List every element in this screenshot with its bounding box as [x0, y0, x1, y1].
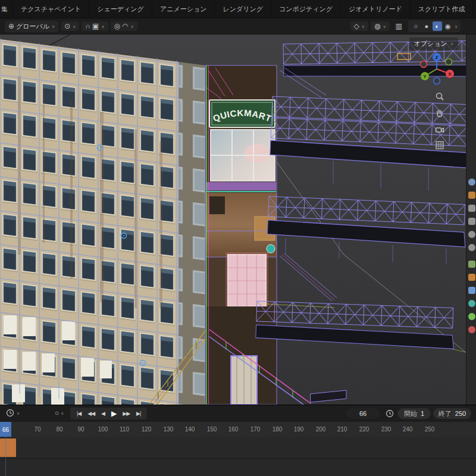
orthographic-toggle-icon[interactable] — [433, 138, 447, 152]
chevron-down-icon: ∨ — [73, 24, 76, 29]
ruler-tick: 130 — [164, 426, 174, 433]
workspace-tab-bar: 集 テクスチャペイント シェーディング アニメーション レンダリング コンポジテ… — [0, 0, 476, 18]
options-dropdown[interactable]: オプション ∨ — [409, 37, 458, 50]
gizmo-z-label: Z — [436, 55, 439, 60]
snapping-controls[interactable]: ∩ ▣ ∨ — [82, 21, 108, 31]
ruler-tick: 190 — [294, 426, 304, 433]
next-keyframe-button[interactable]: ▶▶ — [123, 411, 130, 416]
options-label: オプション — [414, 39, 447, 48]
ruler-tick: 200 — [316, 426, 326, 433]
chevron-down-icon: ∨ — [450, 42, 453, 46]
orientation-label: グローバル — [16, 22, 49, 31]
jump-to-start-button[interactable]: |◀ — [77, 411, 81, 416]
previous-keyframe-button[interactable]: ◀◀ — [87, 411, 95, 416]
properties-tab-object-icon[interactable] — [468, 274, 475, 281]
transform-orientation-dropdown[interactable]: ⊕ グローバル ∨ — [5, 21, 58, 32]
properties-tab-tool-icon[interactable] — [468, 178, 475, 186]
workspace-tab-rendering[interactable]: レンダリング — [215, 0, 271, 18]
ruler-tick: 160 — [228, 426, 239, 433]
pivot-point-dropdown[interactable]: ⊙ ∨ — [61, 21, 79, 31]
playhead-frame-indicator[interactable]: 66 — [0, 422, 11, 437]
auto-keyframe-toggle[interactable]: ○ ∨ — [55, 409, 64, 417]
properties-tab-particles-icon[interactable] — [468, 300, 475, 307]
summary-channel-block[interactable] — [0, 439, 16, 457]
pan-hand-icon[interactable] — [433, 106, 447, 120]
navigation-gizmo[interactable]: Z X Y — [419, 51, 455, 87]
frame-start-field[interactable]: 開始 1 — [397, 408, 431, 419]
overlays-icon: ◍ — [374, 23, 380, 30]
workspace-tab-uv-edit[interactable]: 集 — [0, 0, 13, 18]
3d-viewport[interactable]: QUICKMART — [0, 35, 476, 405]
jump-to-end-button[interactable]: ▶| — [136, 411, 140, 416]
xray-toggle[interactable]: ▥ — [392, 21, 406, 31]
properties-tab-view-layer-icon[interactable] — [468, 218, 475, 225]
properties-tab-render-icon[interactable] — [468, 192, 475, 199]
workspace-tab-shading[interactable]: シェーディング — [89, 0, 152, 18]
chevron-down-icon: ∨ — [61, 411, 64, 415]
properties-tab-collection-icon[interactable] — [468, 261, 475, 268]
timeline-header: ∨ ○ ∨ |◀ ◀◀ ◀ ▶ ▶▶ ▶| 66 開始 1 終了 250 — [0, 405, 476, 422]
gizmo-y-label: Y — [423, 74, 427, 79]
camera-view-icon[interactable] — [433, 123, 447, 137]
editor-type-dropdown[interactable]: ∨ — [6, 409, 20, 417]
pivot-icon: ⊙ — [64, 23, 70, 30]
playhead-line — [5, 437, 6, 476]
3d-scene-render: QUICKMART — [0, 35, 476, 405]
frame-start-label: 開始 — [404, 409, 417, 418]
frame-end-field[interactable]: 終了 250 — [433, 408, 471, 419]
proportional-falloff-icon: ◠ — [122, 23, 128, 30]
timeline-channel-region[interactable] — [0, 437, 476, 476]
frame-end-value: 250 — [455, 410, 466, 417]
properties-tab-modifiers-icon[interactable] — [468, 287, 475, 294]
properties-tab-data-icon[interactable] — [468, 313, 475, 320]
ruler-tick: 150 — [207, 426, 217, 433]
properties-tab-material-icon[interactable] — [468, 326, 475, 333]
ruler-tick: 210 — [337, 426, 347, 433]
ruler-tick: 250 — [425, 426, 435, 433]
properties-tab-world-icon[interactable] — [468, 244, 475, 251]
ruler-tick: 70 — [34, 426, 40, 433]
properties-tab-strip — [466, 35, 476, 405]
proportional-editing-icon: ◎ — [114, 23, 120, 30]
ruler-tick: 100 — [98, 426, 108, 433]
properties-tab-output-icon[interactable] — [468, 205, 475, 212]
chevron-down-icon: ∨ — [52, 24, 55, 29]
zoom-icon[interactable] — [433, 89, 447, 104]
workspace-tab-compositing[interactable]: コンポジティング — [271, 0, 341, 18]
ruler-tick: 230 — [381, 426, 392, 433]
add-workspace-button[interactable]: + — [473, 0, 476, 18]
shading-rendered-button[interactable]: ◉ — [443, 21, 453, 31]
ruler-tick: 240 — [403, 426, 413, 433]
orientation-icon: ⊕ — [8, 23, 14, 30]
chevron-down-icon: ∨ — [383, 24, 386, 29]
frame-end-label: 終了 — [439, 409, 452, 418]
gizmo-icon: ◇ — [354, 23, 359, 30]
workspace-tab-geometry-nodes[interactable]: ジオメトリノード — [341, 0, 411, 18]
shading-wireframe-button[interactable]: ○ — [411, 21, 421, 31]
play-reverse-button[interactable]: ◀ — [101, 411, 105, 416]
shading-solid-button[interactable]: ● — [422, 21, 431, 31]
frame-start-value: 1 — [421, 410, 424, 417]
show-gizmo-dropdown[interactable]: ◇ ∨ — [350, 21, 368, 31]
workspace-tab-animation[interactable]: アニメーション — [152, 0, 215, 18]
timeline-ruler[interactable]: 70 80 90 100 110 120 130 140 150 160 170… — [0, 421, 476, 437]
overlays-dropdown[interactable]: ◍ ∨ — [371, 21, 390, 31]
workspace-tab-texture-paint[interactable]: テクスチャペイント — [13, 0, 89, 18]
xray-icon: ▥ — [396, 23, 402, 30]
properties-tab-scene-icon[interactable] — [468, 231, 475, 238]
ruler-tick: 180 — [273, 426, 283, 433]
playback-transport: |◀ ◀◀ ◀ ▶ ▶▶ ▶| — [70, 408, 147, 419]
viewport-header: ⊕ グローバル ∨ ⊙ ∨ ∩ ▣ ∨ ◎ ◠ ∨ ◇ ∨ ◍ ∨ ▥ ○ ● … — [0, 18, 476, 35]
chevron-down-icon: ∨ — [455, 24, 458, 29]
timeline-clock-icon[interactable] — [386, 409, 394, 418]
chevron-down-icon: ∨ — [101, 24, 104, 29]
current-frame-field[interactable]: 66 — [346, 408, 380, 419]
workspace-tab-scripting[interactable]: スクリプト作成 — [411, 0, 473, 18]
clock-icon — [6, 409, 14, 417]
shading-material-button[interactable]: ◐ — [433, 21, 442, 31]
proportional-editing-controls[interactable]: ◎ ◠ ∨ — [111, 21, 137, 31]
ruler-tick: 170 — [250, 426, 261, 433]
channel-divider — [0, 458, 476, 459]
play-button[interactable]: ▶ — [111, 410, 116, 417]
chevron-down-icon: ∨ — [130, 24, 133, 29]
